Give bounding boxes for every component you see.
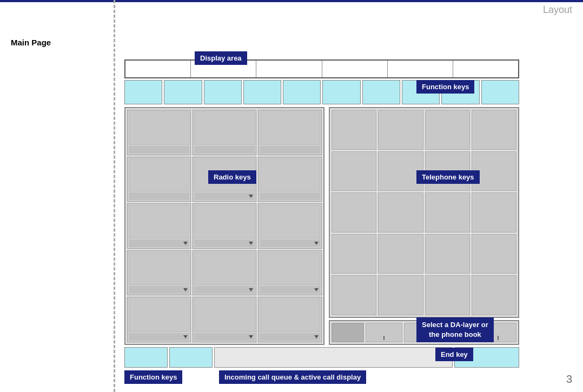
phone-key[interactable] (332, 234, 376, 274)
arrow-icon (314, 335, 319, 338)
radio-key[interactable] (193, 250, 256, 296)
phone-key[interactable] (332, 151, 376, 191)
telephone-keys-label: Telephone keys (416, 170, 480, 184)
arrow-icon (249, 242, 253, 245)
da-key-wide[interactable] (332, 323, 364, 342)
end-key-label: End key (435, 348, 473, 361)
telephone-keys-section (329, 107, 519, 318)
radio-key[interactable] (193, 203, 256, 249)
display-cell (125, 61, 191, 77)
dashed-divider (114, 0, 115, 392)
radio-key[interactable] (193, 297, 256, 342)
phone-key[interactable] (472, 275, 516, 315)
func-key-cyan[interactable] (362, 80, 400, 104)
phone-key[interactable] (378, 110, 423, 150)
phone-key[interactable] (332, 110, 376, 150)
phone-key[interactable] (332, 192, 376, 232)
page-number: 3 (566, 373, 572, 386)
function-keys-top-label: Function keys (416, 80, 474, 94)
func-key-cyan[interactable] (124, 80, 162, 104)
func-key-cyan[interactable] (243, 80, 281, 104)
diagram: Display area Function keys (124, 49, 562, 368)
radio-key[interactable] (258, 250, 322, 296)
radio-keys-section (124, 107, 324, 345)
display-cell (256, 61, 322, 77)
display-cell (388, 61, 453, 77)
phone-key[interactable] (472, 234, 516, 274)
arrow-icon (249, 288, 253, 291)
radio-key[interactable] (127, 297, 191, 342)
radio-key[interactable] (258, 110, 322, 155)
arrow-icon (314, 288, 319, 291)
phone-key[interactable] (378, 275, 423, 315)
display-area-box (124, 59, 519, 78)
main-page-label: Main Page (11, 38, 51, 47)
top-border (0, 0, 583, 2)
function-keys-bottom-label: Function keys (124, 370, 182, 384)
func-key-cyan[interactable] (164, 80, 202, 104)
phone-key[interactable] (378, 192, 423, 232)
phone-key[interactable] (472, 192, 516, 232)
func-key-cyan[interactable] (322, 80, 360, 104)
arrow-icon (183, 242, 188, 245)
radio-key[interactable] (127, 203, 191, 249)
bottom-func-key-2[interactable] (169, 347, 213, 368)
display-cell (322, 61, 388, 77)
radio-key[interactable] (258, 297, 322, 342)
radio-keys-label: Radio keys (208, 170, 256, 184)
display-area-label: Display area (195, 51, 247, 65)
arrow-icon (249, 195, 253, 198)
phone-key[interactable] (332, 275, 376, 315)
bottom-func-key-1[interactable] (124, 347, 168, 368)
radio-key[interactable] (127, 157, 191, 202)
phone-key[interactable] (425, 275, 470, 315)
func-key-cyan[interactable] (204, 80, 242, 104)
layout-title: Layout (543, 4, 572, 16)
call-queue-display (214, 347, 453, 368)
radio-key[interactable] (193, 110, 256, 155)
func-key-cyan[interactable] (283, 80, 321, 104)
arrow-icon (249, 335, 253, 338)
arrow-icon (314, 242, 319, 245)
phone-key[interactable] (425, 234, 470, 274)
phone-key[interactable] (425, 110, 470, 150)
radio-key[interactable] (127, 250, 191, 296)
incoming-call-label: Incoming call queue & active call displa… (219, 370, 366, 384)
arrow-icon (183, 335, 188, 338)
phone-key[interactable] (378, 234, 423, 274)
radio-key[interactable] (127, 110, 191, 155)
phone-key[interactable] (472, 110, 516, 150)
da-key-narrow[interactable] (366, 323, 402, 342)
display-cell (453, 61, 518, 77)
radio-key[interactable] (258, 157, 322, 202)
phone-key[interactable] (425, 192, 470, 232)
select-da-label: Select a DA-layer orthe phone book (416, 317, 494, 342)
arrow-icon (183, 288, 188, 291)
func-key-cyan[interactable] (481, 80, 519, 104)
radio-key[interactable] (258, 203, 322, 249)
